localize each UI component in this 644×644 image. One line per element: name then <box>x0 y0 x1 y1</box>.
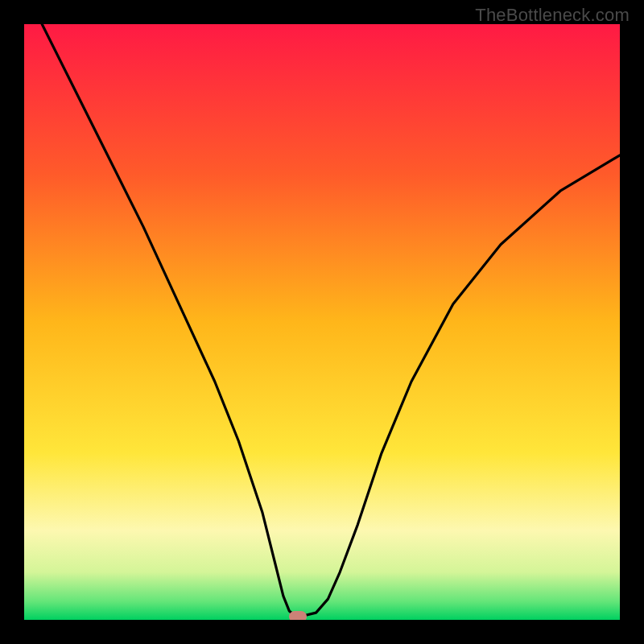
plot-area <box>24 24 620 620</box>
optimal-point-marker <box>289 611 307 620</box>
chart-svg <box>24 24 620 620</box>
watermark-text: TheBottleneck.com <box>475 5 630 26</box>
gradient-background <box>24 24 620 620</box>
